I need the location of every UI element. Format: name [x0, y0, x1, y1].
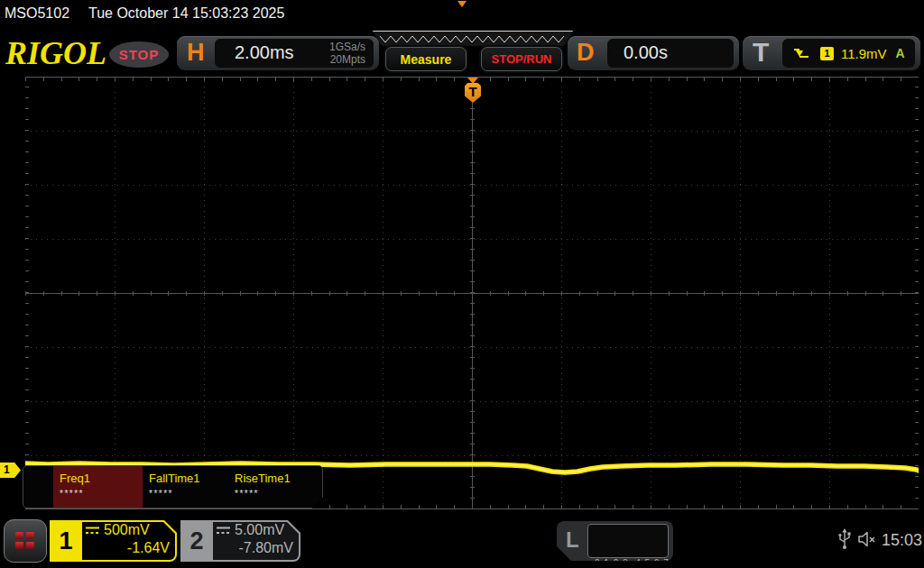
menu-button[interactable] [4, 519, 47, 563]
sound-muted-icon[interactable] [857, 531, 879, 547]
sample-rate-value: 1GSa/s [329, 41, 365, 53]
delay-label: D [577, 39, 595, 67]
timebase-display: 2.00ms 1GSa/s 20Mpts [215, 39, 374, 68]
memory-zigzag-icon [380, 34, 566, 43]
measurement-label: FallTime1 [149, 472, 200, 485]
trigger-mode-value: A [896, 46, 905, 60]
channel1-scale: 500mV [104, 521, 150, 539]
channel2-number: 2 [180, 520, 213, 562]
memory-position-marker [457, 1, 467, 7]
clock-label: 15:03 [882, 531, 922, 550]
trigger-display: 1 11.9mV A [782, 39, 915, 68]
timebase-value: 2.00ms [235, 42, 294, 63]
logic-row1: 0 1 2 3 4 5 6 7 [595, 556, 668, 568]
channel2-offset: -7.80mV [217, 539, 293, 557]
sample-rate-label: 1GSa/s 20Mpts [329, 41, 365, 66]
measurement-freq1[interactable]: Freq1 ***** [53, 466, 143, 508]
rigol-logo: RIGOL [5, 34, 106, 72]
usb-icon [837, 528, 852, 550]
waveform-memory-bar[interactable] [373, 31, 573, 46]
model-label: MSO5102 [5, 5, 69, 22]
falling-edge-icon [793, 47, 809, 60]
channel1-waveform [25, 77, 919, 509]
channel1-number: 1 [50, 520, 82, 562]
grid-menu-icon [15, 532, 34, 549]
channel2-block[interactable]: 2 5.00mV -7.80mV [180, 520, 300, 562]
trigger-block[interactable]: T 1 11.9mV A [743, 36, 920, 70]
channel2-scale: 5.00mV [235, 521, 284, 539]
measurement-risetime1[interactable]: RiseTime1 ***** [228, 466, 319, 508]
measurement-value: ***** [60, 489, 84, 499]
logic-label: L [566, 527, 579, 553]
trigger-position-arrow [467, 78, 478, 84]
delay-value: 0.00s [624, 42, 668, 63]
horizontal-label: H [187, 39, 205, 67]
channel1-block[interactable]: 1 500mV -1.64V [50, 520, 177, 562]
logic-channel-list: 0 1 2 3 4 5 6 7 8 9 1011 12131415 [587, 524, 669, 558]
trigger-label: T [753, 37, 769, 68]
measurement-label: Freq1 [60, 472, 90, 485]
graticule: T [25, 77, 919, 509]
channel1-offset: -1.64V [86, 539, 170, 557]
logic-analyzer-block[interactable]: L 0 1 2 3 4 5 6 7 8 9 1011 12131415 [557, 521, 673, 561]
measurement-falltime1[interactable]: FallTime1 ***** [143, 466, 228, 508]
stop-run-button[interactable]: STOP/RUN [481, 47, 562, 71]
run-state-badge: STOP [109, 41, 169, 68]
delay-display: 0.00s [607, 39, 734, 68]
dc-coupling-icon [86, 527, 99, 535]
delay-block[interactable]: D 0.00s [568, 36, 739, 70]
memory-depth-value: 20Mpts [329, 53, 365, 66]
measurement-overlay: Freq1 ***** FallTime1 ***** RiseTime1 **… [23, 465, 323, 508]
measurement-value: ***** [149, 489, 173, 499]
datetime-label: Tue October 14 15:03:23 2025 [88, 5, 284, 22]
channel1-level-marker[interactable]: 1 [0, 463, 21, 478]
trigger-source-badge: 1 [820, 47, 834, 60]
trigger-level-value: 11.9mV [841, 46, 887, 61]
dc-coupling-icon [217, 527, 230, 535]
measure-button[interactable]: Measure [385, 47, 467, 71]
horizontal-timebase-block[interactable]: H 2.00ms 1GSa/s 20Mpts [177, 36, 379, 70]
measurement-label: RiseTime1 [235, 472, 291, 485]
measurement-value: ***** [235, 489, 259, 499]
